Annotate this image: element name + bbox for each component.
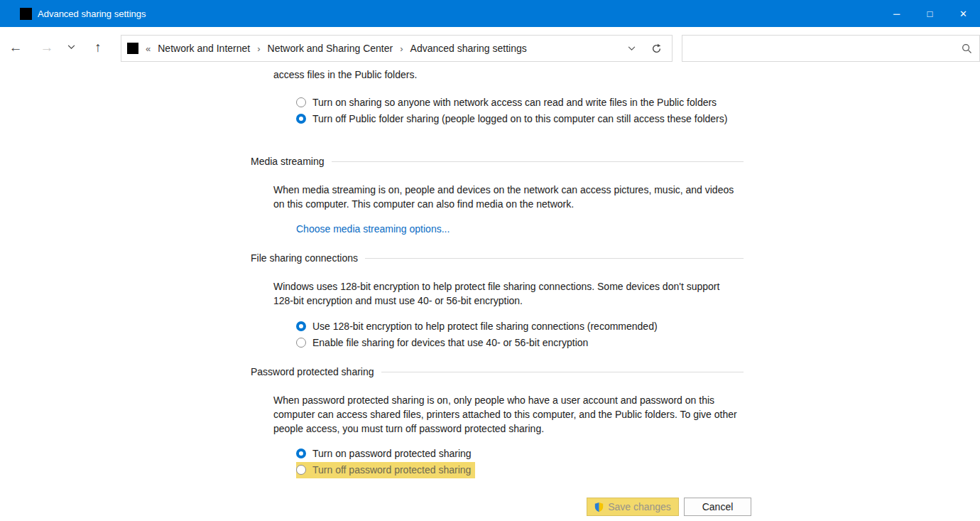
window-controls: ─ □ ✕: [880, 0, 980, 27]
refresh-icon: [651, 43, 662, 54]
up-button[interactable]: ↑: [87, 36, 109, 59]
close-icon: ✕: [959, 9, 967, 19]
radio-turn-on-password-sharing[interactable]: [296, 449, 306, 458]
section-heading: Media streaming: [251, 156, 325, 167]
section-file-sharing-connections: File sharing connections: [251, 252, 744, 264]
section-rule: [365, 258, 744, 259]
radio-turn-off-password-sharing[interactable]: [296, 465, 306, 475]
back-button[interactable]: ←: [4, 36, 27, 59]
recent-pages-button[interactable]: [64, 36, 78, 59]
radio-row-40-56bit-encryption: Enable file sharing for devices that use…: [296, 335, 588, 350]
cancel-button[interactable]: Cancel: [684, 498, 751, 516]
radio-label[interactable]: Enable file sharing for devices that use…: [312, 335, 588, 350]
section-heading: Password protected sharing: [251, 366, 374, 377]
maximize-button[interactable]: □: [913, 0, 947, 27]
radio-label[interactable]: Turn off Public folder sharing (people l…: [312, 112, 727, 126]
cancel-label: Cancel: [702, 501, 734, 512]
breadcrumb-separator-icon: ›: [393, 43, 410, 54]
radio-128bit-encryption[interactable]: [296, 321, 306, 331]
section-password-protected-sharing: Password protected sharing: [251, 366, 744, 377]
back-icon: ←: [9, 40, 23, 55]
radio-label[interactable]: Use 128-bit encryption to help protect f…: [312, 319, 658, 333]
radio-label[interactable]: Turn on password protected sharing: [312, 446, 472, 461]
minimize-button[interactable]: ─: [880, 0, 913, 27]
window-title: Advanced sharing settings: [38, 9, 146, 19]
radio-turn-on-public-sharing[interactable]: [296, 97, 306, 107]
close-button[interactable]: ✕: [947, 0, 980, 27]
address-bar: « Network and Internet › Network and Sha…: [121, 35, 673, 62]
breadcrumb-separator-icon: ›: [250, 43, 267, 54]
up-icon: ↑: [94, 40, 102, 55]
folder-icon: [127, 43, 138, 54]
uac-shield-icon: [594, 502, 604, 512]
file-sharing-description: Windows uses 128-bit encryption to help …: [273, 279, 739, 308]
minimize-icon: ─: [893, 9, 900, 19]
breadcrumb-advanced-sharing-settings[interactable]: Advanced sharing settings: [410, 43, 527, 54]
radio-row-turn-on-password-sharing: Turn on password protected sharing: [296, 446, 472, 461]
radio-label[interactable]: Turn on sharing so anyone with network a…: [312, 95, 717, 109]
section-rule: [332, 161, 744, 162]
maximize-icon: □: [927, 9, 933, 19]
search-input[interactable]: [690, 43, 962, 54]
section-rule: [381, 372, 744, 372]
radio-40-56bit-encryption[interactable]: [296, 338, 306, 348]
chevron-down-icon: [67, 45, 75, 50]
radio-label[interactable]: Turn off password protected sharing: [312, 463, 471, 477]
radio-row-turn-on-public-sharing: Turn on sharing so anyone with network a…: [296, 95, 717, 109]
address-dropdown-button[interactable]: [616, 46, 647, 51]
breadcrumb-network-and-internet[interactable]: Network and Internet: [158, 43, 250, 54]
radio-row-128bit-encryption: Use 128-bit encryption to help protect f…: [296, 319, 658, 333]
breadcrumb-network-and-sharing-center[interactable]: Network and Sharing Center: [268, 43, 393, 54]
radio-row-turn-off-public-sharing: Turn off Public folder sharing (people l…: [296, 112, 727, 126]
search-box: [682, 35, 980, 62]
toolbar: ← → ↑ « Network and Internet › Network a…: [0, 27, 980, 65]
clipped-text-line: access files in the Public folders.: [273, 69, 417, 80]
media-streaming-description: When media streaming is on, people and d…: [273, 183, 739, 211]
control-panel-window: Advanced sharing settings ─ □ ✕ ← → ↑ « …: [0, 0, 980, 521]
section-media-streaming: Media streaming: [251, 156, 744, 167]
save-changes-label: Save changes: [608, 501, 671, 512]
section-heading: File sharing connections: [251, 252, 358, 264]
radio-turn-off-public-sharing[interactable]: [296, 114, 306, 124]
save-changes-button[interactable]: Save changes: [587, 498, 679, 516]
radio-row-turn-off-password-sharing: Turn off password protected sharing: [296, 462, 475, 478]
forward-button[interactable]: →: [36, 36, 58, 59]
password-protected-description: When password protected sharing is on, o…: [273, 393, 746, 436]
app-icon: [20, 8, 32, 20]
titlebar: Advanced sharing settings ─ □ ✕: [0, 0, 980, 27]
search-icon[interactable]: [962, 43, 972, 54]
choose-media-streaming-options-link[interactable]: Choose media streaming options...: [296, 223, 450, 235]
chevron-down-icon: [628, 46, 636, 51]
breadcrumb-overflow-icon[interactable]: «: [146, 43, 151, 54]
forward-icon: →: [40, 40, 54, 55]
refresh-button[interactable]: [647, 43, 666, 54]
